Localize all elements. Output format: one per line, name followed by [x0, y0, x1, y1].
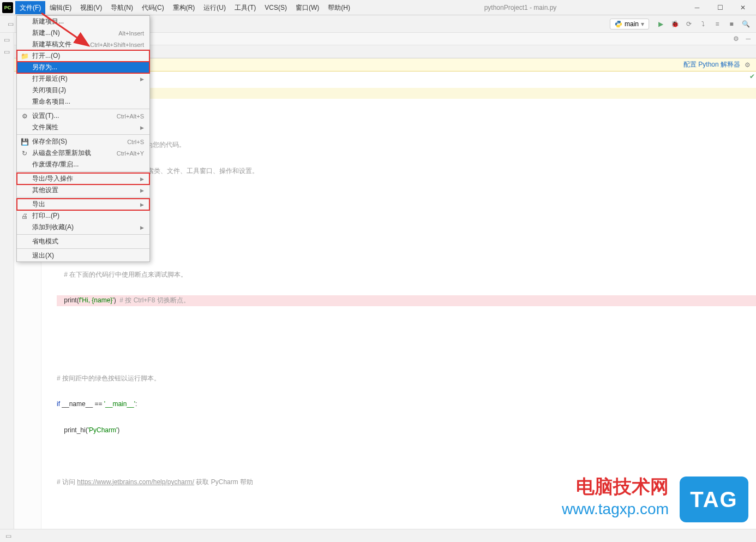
status-icon[interactable]: ▭ — [5, 532, 11, 540]
chevron-down-icon: ▾ — [641, 20, 644, 28]
menu-item-另存为[interactable]: 另存为... — [17, 62, 149, 73]
menu-icon: ↻ — [20, 150, 29, 157]
menu-item-label: 关闭项目(J) — [32, 86, 66, 95]
menu-code[interactable]: 代码(C) — [137, 1, 169, 14]
menu-help[interactable]: 帮助(H) — [323, 1, 355, 14]
menu-shortcut: Ctrl+Alt+Shift+Insert — [90, 41, 144, 48]
minimize-button[interactable]: ─ — [686, 1, 708, 14]
menu-file[interactable]: 文件(F) — [15, 1, 45, 14]
run-config-name: main — [625, 20, 639, 28]
submenu-arrow-icon: ▶ — [140, 225, 144, 230]
left-tool-strip: ▭ ▭ — [0, 33, 14, 529]
svg-point-1 — [617, 21, 617, 22]
submenu-arrow-icon: ▶ — [140, 188, 144, 193]
menu-shortcut: Ctrl+Alt+S — [117, 113, 144, 120]
submenu-arrow-icon: ▶ — [140, 125, 144, 130]
menu-item-导出导入操作[interactable]: 导出/导入操作▶ — [17, 173, 149, 184]
menu-item-label: 新建...(N) — [32, 28, 60, 38]
menu-refactor[interactable]: 重构(R) — [169, 1, 200, 14]
menu-item-保存全部S[interactable]: 💾保存全部(S)Ctrl+S — [17, 136, 149, 147]
menu-item-label: 打开...(O) — [32, 51, 60, 61]
menu-item-label: 重命名项目... — [32, 97, 70, 106]
menu-item-作废缓存重启[interactable]: 作废缓存/重启... — [17, 159, 149, 170]
window-title: pythonProject1 - main.py — [355, 4, 686, 11]
menu-item-label: 添加到收藏(A) — [32, 223, 74, 232]
menu-item-label: 打开最近(R) — [32, 74, 68, 84]
submenu-arrow-icon: ▶ — [140, 76, 144, 82]
menu-icon: 📁 — [20, 52, 29, 60]
menu-icon: 🖨 — [20, 212, 29, 220]
menu-item-label: 新建项目... — [32, 17, 64, 26]
menu-bar: 文件(F) 编辑(E) 视图(V) 导航(N) 代码(C) 重构(R) 运行(U… — [15, 1, 355, 14]
menu-item-打开最近R[interactable]: 打开最近(R)▶ — [17, 73, 149, 85]
menu-item-label: 设置(T)... — [32, 111, 59, 121]
menu-item-label: 文件属性 — [32, 123, 58, 132]
stop-button[interactable]: ■ — [725, 18, 737, 30]
menu-item-label: 省电模式 — [32, 237, 58, 246]
title-bar: PC 文件(F) 编辑(E) 视图(V) 导航(N) 代码(C) 重构(R) 运… — [0, 0, 756, 15]
code-content[interactable]: # 这是一个示例 Python 脚本。 # 按 Shift+F10 执行或将其替… — [52, 72, 756, 529]
menu-item-label: 导出 — [32, 200, 45, 209]
watermark-url: www.tagxp.com — [562, 501, 669, 518]
menu-item-从磁盘全部重新加载[interactable]: ↻从磁盘全部重新加载Ctrl+Alt+Y — [17, 147, 149, 159]
menu-item-省电模式[interactable]: 省电模式 — [17, 236, 149, 247]
menu-item-文件属性[interactable]: 文件属性▶ — [17, 122, 149, 133]
menu-item-label: 从磁盘全部重新加载 — [32, 148, 91, 158]
search-icon[interactable]: 🔍 — [740, 18, 752, 30]
menu-item-设置T[interactable]: ⚙设置(T)...Ctrl+Alt+S — [17, 110, 149, 122]
svg-point-2 — [620, 26, 620, 26]
status-bar: ▭ — [0, 529, 756, 542]
menu-item-新建项目[interactable]: 新建项目... — [17, 16, 149, 27]
python-icon — [615, 20, 622, 28]
menu-item-新建N[interactable]: 新建...(N)Alt+Insert — [17, 27, 149, 39]
maximize-button[interactable]: ☐ — [709, 1, 731, 14]
run-misc-icon[interactable]: ⟳ — [683, 18, 695, 30]
menu-tools[interactable]: 工具(T) — [230, 1, 260, 14]
menu-item-label: 退出(X) — [32, 251, 54, 260]
watermark-title: 电脑技术网 — [576, 474, 669, 499]
menu-item-新建草稿文件[interactable]: 新建草稿文件Ctrl+Alt+Shift+Insert — [17, 39, 149, 50]
project-tool-icon[interactable]: ▭ — [4, 36, 10, 44]
menu-item-label: 保存全部(S) — [32, 137, 67, 146]
menu-navigate[interactable]: 导航(N) — [106, 1, 137, 14]
menu-item-label: 导出/导入操作 — [32, 174, 73, 183]
breadcrumb-minus-icon[interactable]: ─ — [746, 35, 751, 43]
menu-item-label: 另存为... — [32, 63, 57, 72]
submenu-arrow-icon: ▶ — [140, 202, 144, 207]
run-button[interactable]: ▶ — [655, 18, 667, 30]
menu-item-打开O[interactable]: 📁打开...(O) — [17, 50, 149, 62]
file-menu-dropdown: 新建项目...新建...(N)Alt+Insert新建草稿文件Ctrl+Alt+… — [16, 15, 150, 262]
menu-item-重命名项目[interactable]: 重命名项目... — [17, 96, 149, 108]
menu-run[interactable]: 运行(U) — [199, 1, 230, 14]
app-icon: PC — [2, 2, 13, 13]
menu-view[interactable]: 视图(V) — [76, 1, 106, 14]
menu-item-其他设置[interactable]: 其他设置▶ — [17, 184, 149, 196]
submenu-arrow-icon: ▶ — [140, 176, 144, 182]
debug-button[interactable]: 🐞 — [669, 18, 681, 30]
menu-item-label: 打印...(P) — [32, 211, 59, 221]
menu-item-导出[interactable]: 导出▶ — [17, 199, 149, 210]
menu-item-label: 作废缓存/重启... — [32, 160, 79, 169]
menu-item-label: 其他设置 — [32, 186, 58, 195]
menu-item-添加到收藏A[interactable]: 添加到收藏(A)▶ — [17, 222, 149, 233]
configure-interpreter-link[interactable]: 配置 Python 解释器 — [683, 60, 740, 69]
menu-icon: 💾 — [20, 138, 29, 146]
gear-icon[interactable]: ⚙ — [733, 35, 739, 43]
project-icon[interactable]: ▭ — [4, 18, 16, 30]
more-icon[interactable]: ≡ — [711, 18, 723, 30]
close-button[interactable]: ✕ — [732, 1, 754, 14]
run-config-selector[interactable]: main ▾ — [610, 19, 649, 29]
menu-window[interactable]: 窗口(W) — [291, 1, 323, 14]
structure-tool-icon[interactable]: ▭ — [4, 48, 10, 56]
menu-item-退出X[interactable]: 退出(X) — [17, 250, 149, 261]
no-problems-icon: ✔ — [749, 73, 755, 80]
menu-icon: ⚙ — [20, 112, 29, 120]
menu-item-打印P[interactable]: 🖨打印...(P) — [17, 210, 149, 222]
menu-vcs[interactable]: VCS(S) — [260, 1, 291, 14]
menu-shortcut: Ctrl+Alt+Y — [117, 150, 144, 157]
menu-edit[interactable]: 编辑(E) — [45, 1, 76, 14]
notice-gear-icon[interactable]: ⚙ — [745, 61, 751, 69]
attach-icon[interactable]: ⤵ — [697, 18, 709, 30]
watermark-badge: TAG — [680, 477, 748, 522]
menu-item-关闭项目J[interactable]: 关闭项目(J) — [17, 85, 149, 96]
